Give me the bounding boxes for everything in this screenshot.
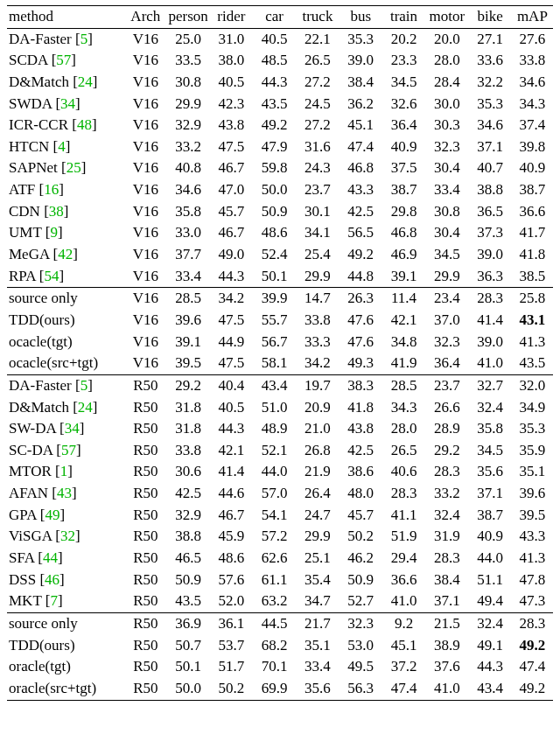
cell-value: 41.0 [382,591,425,612]
cell-value: 56.7 [253,332,296,353]
table-row: SFA [44]R5046.548.662.625.146.229.428.34… [7,548,553,570]
citation-link[interactable]: 57 [56,52,71,68]
citation-link[interactable]: 32 [60,528,75,544]
cell-value: 38.5 [512,266,553,288]
cell-arch: R50 [124,656,166,678]
cell-value: 29.9 [296,266,339,288]
cell-value: 44.3 [210,418,253,440]
col-train: train [382,6,425,29]
col-bus: bus [340,6,382,29]
cell-value: 38.4 [340,72,382,94]
col-person: person [166,6,209,29]
cell-value: 35.8 [468,418,511,440]
cell-value: 23.7 [425,374,468,396]
cell-value: 47.4 [340,136,382,158]
cell-value: 68.2 [253,635,296,657]
cell-value: 31.8 [166,397,209,419]
citation-link[interactable]: 48 [77,116,92,133]
cell-value: 35.1 [512,461,553,483]
cell-arch: R50 [124,526,166,548]
cell-value: 33.2 [425,483,468,505]
citation-link[interactable]: 43 [57,485,72,501]
citation-link[interactable]: 16 [44,181,59,198]
col-map: mAP [512,6,553,29]
cell-value: 29.9 [296,526,339,548]
cell-value: 29.8 [382,201,425,223]
cell-value: 50.9 [253,201,296,223]
cell-value: 43.1 [512,310,553,332]
cell-value: 35.6 [296,678,339,700]
cell-value: 53.7 [210,635,253,657]
citation-link[interactable]: 46 [45,571,60,588]
cell-value: 42.5 [340,440,382,462]
cell-value: 30.8 [166,72,209,94]
cell-method: SAPNet [25] [7,157,124,179]
cell-value: 34.9 [512,397,553,419]
cell-value: 29.2 [166,374,209,396]
cell-arch: V16 [124,115,166,136]
citation-link[interactable]: 24 [78,399,93,416]
cell-value: 31.8 [166,418,209,440]
cell-value: 56.3 [340,678,382,700]
cell-value: 28.3 [425,548,468,570]
citation-link[interactable]: 34 [65,420,80,437]
table-row: DA-Faster [5]V1625.031.040.522.135.320.2… [7,28,553,50]
cell-value: 32.2 [468,72,511,94]
citation-link[interactable]: 5 [80,31,88,47]
cell-value: 41.3 [512,332,553,353]
cell-value: 40.5 [210,397,253,419]
cell-value: 51.9 [382,526,425,548]
cell-value: 23.4 [425,288,468,310]
cell-arch: V16 [124,28,166,50]
citation-link[interactable]: 4 [58,138,66,155]
cell-value: 41.0 [425,678,468,700]
citation-link[interactable]: 5 [80,377,88,394]
cell-value: 29.9 [166,94,209,115]
cell-value: 25.0 [166,28,209,50]
cell-value: 46.8 [382,222,425,244]
cell-value: 37.0 [425,310,468,332]
citation-link[interactable]: 42 [58,246,73,262]
cell-value: 40.9 [512,157,553,179]
citation-link[interactable]: 57 [61,442,76,458]
cell-value: 49.5 [340,656,382,678]
cell-value: 51.0 [253,397,296,419]
cell-value: 25.8 [512,288,553,310]
cell-value: 26.5 [296,50,339,72]
citation-link[interactable]: 24 [78,73,93,90]
cell-value: 49.1 [468,635,511,657]
cell-value: 57.0 [253,483,296,505]
table-row: oracle(src+tgt)R5050.050.269.935.656.347… [7,678,553,700]
cell-value: 33.6 [468,50,511,72]
citation-link[interactable]: 7 [50,592,58,609]
cell-method: oracle(src+tgt) [7,678,124,700]
cell-method: oracle(tgt) [7,656,124,678]
cell-value: 35.9 [512,440,553,462]
cell-value: 48.9 [253,418,296,440]
cell-arch: R50 [124,397,166,419]
cell-value: 38.3 [340,374,382,396]
citation-link[interactable]: 54 [45,268,60,284]
cell-value: 37.6 [425,656,468,678]
citation-link[interactable]: 1 [60,463,68,479]
cell-method: ATF [16] [7,179,124,201]
cell-value: 39.1 [382,266,425,288]
cell-arch: R50 [124,374,166,396]
citation-link[interactable]: 44 [43,549,58,566]
citation-link[interactable]: 25 [66,159,81,176]
cell-value: 32.4 [468,612,511,634]
table-row: TDD(ours)V1639.647.555.733.847.642.137.0… [7,310,553,332]
citation-link[interactable]: 9 [50,224,58,241]
cell-value: 32.9 [166,115,209,136]
cell-value: 45.1 [340,115,382,136]
cell-value: 38.7 [468,505,511,527]
cell-value: 29.4 [382,548,425,570]
cell-value: 19.7 [296,374,339,396]
citation-link[interactable]: 38 [49,203,64,220]
citation-link[interactable]: 34 [60,95,75,112]
citation-link[interactable]: 49 [45,507,60,523]
cell-value: 20.0 [425,28,468,50]
table-row: ocacle(src+tgt)V1639.547.558.134.249.341… [7,353,553,374]
cell-value: 37.1 [468,483,511,505]
cell-value: 40.6 [382,461,425,483]
